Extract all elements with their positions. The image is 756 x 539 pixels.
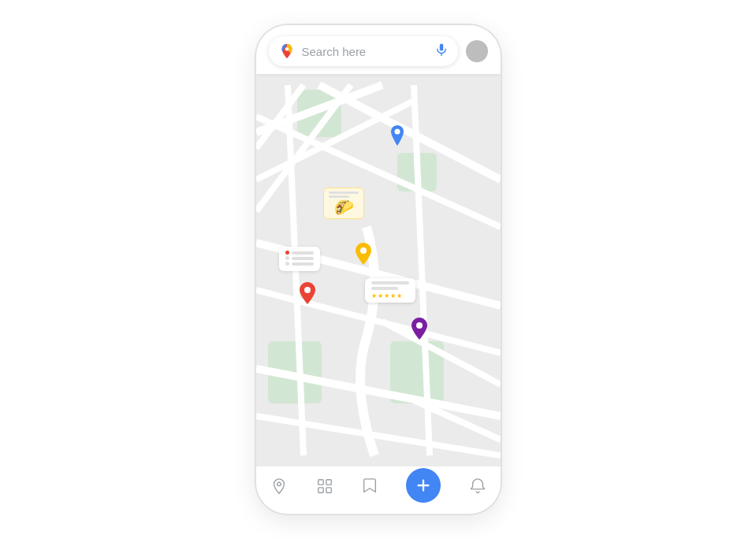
search-bar: Search here — [256, 25, 501, 74]
list-card[interactable] — [279, 247, 320, 271]
taco-emoji: 🌮 — [334, 199, 354, 215]
google-maps-logo-icon — [278, 43, 296, 60]
star-4: ★ — [390, 292, 396, 299]
star-5: ★ — [397, 292, 402, 299]
info-card-title-line — [371, 281, 409, 284]
nav-item-commute[interactable] — [316, 478, 333, 500]
svg-rect-26 — [318, 488, 322, 493]
list-item-2 — [285, 256, 314, 260]
star-2: ★ — [378, 292, 383, 299]
map-area[interactable]: 🌮 — [256, 74, 501, 467]
svg-point-17 — [395, 128, 400, 134]
bell-icon — [469, 478, 486, 500]
svg-rect-18 — [329, 191, 359, 194]
svg-point-23 — [277, 482, 281, 486]
microphone-icon[interactable] — [434, 43, 449, 60]
svg-point-20 — [360, 247, 367, 254]
taco-card[interactable]: 🌮 — [323, 188, 364, 219]
explore-icon — [270, 478, 288, 500]
svg-point-0 — [285, 47, 289, 51]
info-card[interactable]: ★ ★ ★ ★ ★ — [365, 278, 415, 303]
search-placeholder-text: Search here — [302, 45, 428, 58]
svg-line-15 — [382, 322, 501, 385]
svg-rect-27 — [326, 488, 330, 493]
map-pin-purple[interactable] — [411, 318, 428, 340]
list-item-1 — [285, 251, 314, 255]
svg-point-21 — [304, 287, 311, 293]
map-pin-yellow[interactable] — [355, 243, 372, 265]
list-item-3 — [285, 262, 314, 266]
map-pin-red[interactable] — [299, 282, 316, 304]
search-input-container[interactable]: Search here — [269, 36, 458, 66]
fab-button[interactable] — [406, 468, 441, 503]
star-rating: ★ ★ ★ ★ ★ — [371, 292, 409, 299]
svg-rect-19 — [329, 195, 349, 198]
nav-item-fab[interactable] — [406, 474, 441, 503]
svg-point-22 — [416, 322, 423, 329]
map-pin-blue[interactable] — [389, 125, 405, 146]
nav-item-updates[interactable] — [469, 478, 486, 500]
phone-shell: Search here — [256, 25, 501, 514]
svg-line-11 — [256, 369, 501, 416]
nav-item-explore[interactable] — [270, 478, 288, 500]
svg-rect-1 — [439, 44, 443, 51]
info-card-subtitle-line — [371, 287, 398, 290]
bottom-nav — [256, 467, 501, 514]
user-avatar[interactable] — [466, 40, 488, 62]
star-3: ★ — [384, 292, 389, 299]
svg-rect-25 — [326, 480, 330, 485]
bookmark-icon — [362, 478, 378, 500]
nav-item-saved[interactable] — [362, 478, 378, 500]
star-1: ★ — [371, 292, 377, 299]
grid-icon — [316, 478, 333, 500]
svg-rect-24 — [318, 480, 322, 485]
